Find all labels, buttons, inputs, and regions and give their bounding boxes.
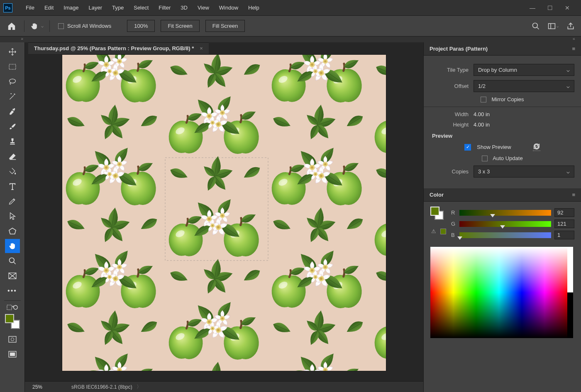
right-panels: Project Paras (Pattern) ≡ Tile Type Drop… — [423, 42, 581, 392]
menu-edit[interactable]: Edit — [39, 2, 59, 13]
svg-rect-4 — [9, 64, 16, 69]
toolbar-expand-icon[interactable]: » — [0, 37, 25, 42]
document-tab-label: Thursday.psd @ 25% (Paras Pattern : Prev… — [34, 45, 194, 51]
b-slider[interactable] — [459, 232, 551, 238]
lasso-tool[interactable] — [5, 75, 20, 89]
svg-line-8 — [13, 262, 15, 264]
color-swatches[interactable] — [5, 314, 20, 329]
zoom-tool[interactable] — [5, 254, 20, 268]
panel-menu-icon[interactable]: ≡ — [572, 46, 575, 52]
menu-window[interactable]: Window — [214, 2, 243, 13]
color-spectrum[interactable] — [430, 247, 567, 338]
tools-panel: ••• — [0, 42, 25, 392]
stamp-tool[interactable] — [5, 134, 20, 149]
hand-tool[interactable] — [5, 239, 20, 253]
menu-view[interactable]: View — [193, 2, 214, 13]
document-canvas[interactable] — [62, 55, 386, 371]
workspace-switcher-icon[interactable]: ⌵ — [548, 21, 559, 32]
color-fg-swatch[interactable] — [430, 207, 439, 216]
pen-tool[interactable] — [5, 194, 20, 208]
path-select-tool[interactable] — [5, 209, 20, 223]
pattern-panel-header: Project Paras (Pattern) ≡ — [424, 42, 581, 56]
menu-select[interactable]: Select — [129, 2, 154, 13]
status-color-profile[interactable]: sRGB IEC61966-2.1 (8bpc) — [66, 384, 132, 390]
copies-select[interactable]: 3 x 3⌵ — [474, 166, 574, 178]
home-button[interactable] — [5, 19, 18, 33]
show-preview-checkbox[interactable]: ✓ — [464, 144, 471, 151]
menu-bar: Ps FileEditImageLayerTypeSelectFilter3DV… — [0, 0, 581, 16]
shape-tool[interactable] — [5, 224, 20, 238]
menu-filter[interactable]: Filter — [154, 2, 176, 13]
mirror-copies-checkbox[interactable] — [481, 97, 486, 102]
hand-tool-icon[interactable]: ⌵ — [30, 20, 44, 32]
chevron-down-icon: ⌵ — [566, 83, 570, 89]
r-value[interactable]: 92 — [554, 208, 574, 217]
eraser-tool[interactable] — [5, 149, 20, 163]
scroll-all-windows-checkbox[interactable]: Scroll All Windows — [58, 23, 111, 29]
height-label: Height — [430, 122, 469, 128]
canvas-area: Thursday.psd @ 25% (Paras Pattern : Prev… — [25, 42, 423, 392]
marquee-tool[interactable] — [5, 60, 20, 74]
color-panel-header: Color ≡ — [424, 188, 581, 202]
svg-point-5 — [9, 79, 15, 83]
bucket-tool[interactable] — [5, 164, 20, 178]
preview-section-title: Preview — [432, 133, 574, 139]
b-value[interactable]: 1 — [554, 231, 574, 239]
refresh-icon[interactable] — [533, 143, 540, 151]
screen-mode-icon[interactable] — [5, 347, 20, 361]
close-button[interactable]: ✕ — [564, 5, 570, 11]
copies-label: Copies — [430, 168, 469, 175]
magic-wand-tool[interactable] — [5, 90, 20, 104]
menu-layer[interactable]: Layer — [84, 2, 107, 13]
menu-help[interactable]: Help — [243, 2, 264, 13]
quick-mask-icon[interactable] — [5, 332, 20, 346]
move-tool[interactable] — [5, 45, 20, 59]
chevron-down-icon: ⌵ — [566, 67, 570, 73]
menu-image[interactable]: Image — [59, 2, 83, 13]
g-slider[interactable] — [459, 221, 551, 227]
fit-screen-button[interactable]: Fit Screen — [161, 20, 199, 32]
minimize-button[interactable]: — — [530, 5, 535, 11]
height-value[interactable]: 4.00 in — [474, 122, 490, 128]
offset-select[interactable]: 1/2⌵ — [474, 80, 574, 92]
brush-tool[interactable] — [5, 119, 20, 134]
menu-3d[interactable]: 3D — [176, 2, 193, 13]
g-label: G — [451, 221, 456, 227]
artboard-tool[interactable] — [5, 269, 20, 283]
spectrum-bw-bar[interactable] — [567, 247, 573, 338]
search-icon[interactable] — [530, 21, 541, 32]
auto-update-checkbox[interactable] — [482, 156, 488, 161]
tile-type-select[interactable]: Drop by Column⌵ — [474, 64, 574, 76]
maximize-button[interactable]: ☐ — [547, 5, 553, 11]
r-slider[interactable] — [459, 210, 551, 216]
edit-toolbar-icon[interactable] — [5, 303, 20, 312]
g-value[interactable]: 121 — [554, 219, 574, 228]
gamut-warning-icon[interactable]: ⚠ — [431, 228, 438, 234]
menu-type[interactable]: Type — [107, 2, 129, 13]
panel-expand-icon[interactable]: « — [573, 37, 581, 42]
r-label: R — [451, 209, 456, 216]
gamut-swatch[interactable] — [440, 229, 446, 234]
zoom-100-button[interactable]: 100% — [127, 20, 155, 32]
tile-type-label: Tile Type — [430, 67, 469, 73]
svg-rect-12 — [7, 305, 11, 309]
foreground-swatch[interactable] — [5, 314, 14, 323]
status-chevron-icon[interactable]: 〉 — [137, 383, 142, 390]
fill-screen-button[interactable]: Fill Screen — [205, 20, 245, 32]
status-zoom[interactable]: 25% — [25, 384, 66, 390]
svg-line-1 — [537, 27, 539, 29]
type-tool[interactable] — [5, 179, 20, 193]
panel-menu-icon[interactable]: ≡ — [572, 192, 575, 198]
scroll-all-label: Scroll All Windows — [67, 23, 111, 29]
eyedropper-tool[interactable] — [5, 105, 20, 119]
color-panel-swatches[interactable] — [430, 207, 444, 220]
tab-close-icon[interactable]: × — [200, 45, 203, 51]
options-bar: ⌵ Scroll All Windows 100% Fit Screen Fil… — [0, 16, 581, 37]
app-logo: Ps — [3, 3, 12, 12]
share-icon[interactable] — [565, 21, 576, 32]
menu-file[interactable]: File — [21, 2, 39, 13]
more-tools[interactable]: ••• — [5, 284, 20, 298]
svg-rect-16 — [10, 353, 15, 355]
width-value[interactable]: 4.00 in — [474, 111, 490, 117]
document-tab[interactable]: Thursday.psd @ 25% (Paras Pattern : Prev… — [28, 42, 209, 54]
